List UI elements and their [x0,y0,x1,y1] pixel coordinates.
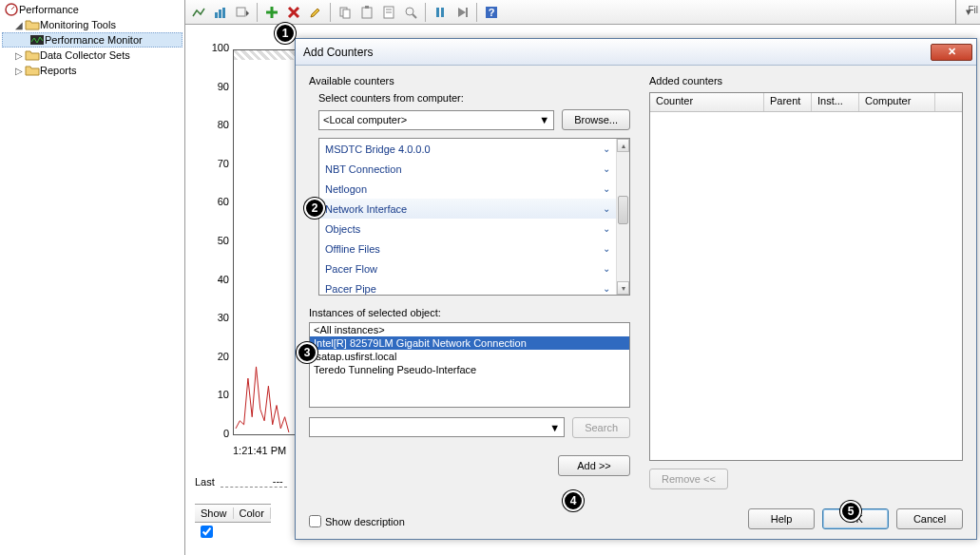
freeze-icon[interactable] [430,2,451,23]
view-histogram-icon[interactable] [210,2,231,23]
scroll-thumb[interactable] [618,196,628,224]
tree-dcs[interactable]: ▷ Data Collector Sets [2,48,183,63]
y-tick: 30 [195,312,229,323]
counter-item[interactable]: Pacer Pipe⌄ [319,278,616,295]
help-button[interactable]: Help [748,508,815,529]
properties-icon[interactable] [378,2,399,23]
add-counters-dialog: Add Counters ✕ Available counters Select… [295,38,977,540]
chevron-down-icon[interactable]: ⌄ [603,144,610,154]
add-icon[interactable] [261,2,282,23]
counters-listbox[interactable]: MSDTC Bridge 4.0.0.0⌄NBT Connection⌄Netl… [318,138,630,296]
tree-reports[interactable]: ▷ Reports [2,63,183,78]
svg-rect-7 [343,10,350,18]
computer-select[interactable]: <Local computer> ▼ [318,110,554,130]
instances-listbox[interactable]: <All instances>Intel[R] 82579LM Gigabit … [309,322,630,408]
search-input[interactable]: ▼ [309,417,565,437]
legend-row[interactable] [195,523,213,540]
counter-item[interactable]: Objects⌄ [319,219,616,239]
tree-perfmon-label: Performance Monitor [45,34,143,46]
added-col-header[interactable]: Counter [650,93,764,111]
dialog-title: Add Counters [303,46,931,59]
y-tick: 50 [195,235,229,246]
legend-show-checkbox[interactable] [201,526,213,538]
svg-rect-4 [222,8,225,18]
added-counters-panel: Added counters CounterParentInst...Compu… [649,75,963,489]
chevron-down-icon[interactable]: ⌄ [603,283,610,294]
close-icon[interactable]: ✕ [931,44,972,61]
legend-col-show[interactable]: Show [195,507,234,519]
update-icon[interactable] [452,2,472,23]
chevron-down-icon[interactable]: ⌄ [603,263,610,274]
remove-button[interactable]: Remove << [649,469,728,489]
y-tick: 100 [195,42,229,53]
instance-item[interactable]: isatap.usfirst.local [310,350,629,363]
toolbar-divider [476,3,477,22]
tree-perfmon[interactable]: Performance Monitor [2,32,183,48]
tree-monitoring-tools[interactable]: ◢ Monitoring Tools [2,17,183,32]
legend-col-color[interactable]: Color [234,507,271,519]
added-header: CounterParentInst...Computer [650,93,962,112]
y-tick: 20 [195,351,229,362]
counter-item[interactable]: MSDTC Bridge 4.0.0.0⌄ [319,139,616,159]
chevron-down-icon: ▼ [539,114,549,125]
svg-rect-5 [237,8,245,16]
add-row: Add >> [309,455,630,476]
svg-rect-9 [365,6,369,9]
counter-item[interactable]: Offline Files⌄ [319,239,616,258]
browse-button[interactable]: Browse... [562,109,630,130]
counter-item[interactable]: Netlogon⌄ [319,179,616,199]
counter-label: Netlogon [325,183,367,195]
last-row: Last --- [195,475,287,488]
right-toolbar: ▾ Fil [955,0,980,25]
toolbar-divider [330,3,331,22]
chevron-down-icon[interactable]: ⌄ [603,223,610,234]
collapse-icon[interactable]: ◢ [13,20,25,30]
help-icon[interactable]: ? [481,2,502,23]
available-label: Available counters [309,75,630,86]
perf-icon [4,2,19,17]
svg-rect-15 [436,8,439,17]
cancel-button[interactable]: Cancel [896,508,963,529]
chevron-down-icon[interactable]: ⌄ [603,243,610,254]
instance-item[interactable]: Teredo Tunneling Pseudo-Interface [310,363,629,376]
dialog-titlebar[interactable]: Add Counters ✕ [296,39,976,66]
search-button[interactable]: Search [572,417,630,438]
nav-tree: Performance ◢ Monitoring Tools Performan… [0,0,185,555]
computer-value: <Local computer> [323,114,407,125]
dialog-body: Available counters Select counters from … [296,66,976,499]
copy-icon[interactable] [335,2,355,23]
scroll-down-icon[interactable]: ▾ [617,281,629,295]
computer-row: <Local computer> ▼ Browse... [318,109,630,130]
folder-icon [25,17,40,32]
paste-icon[interactable] [356,2,377,23]
added-col-header[interactable]: Computer [859,93,935,111]
expand-icon[interactable]: ▷ [13,50,25,61]
instance-item[interactable]: Intel[R] 82579LM Gigabit Network Connect… [310,336,629,350]
counter-item[interactable]: Pacer Flow⌄ [319,258,616,278]
instance-item[interactable]: <All instances> [310,323,629,336]
added-listbox[interactable]: CounterParentInst...Computer [649,92,963,461]
callout-1: 1 [275,23,296,44]
chevron-down-icon[interactable]: ⌄ [603,203,610,214]
counter-item[interactable]: NBT Connection⌄ [319,159,616,179]
scroll-up-icon[interactable]: ▴ [617,139,629,152]
zoom-icon[interactable] [400,2,421,23]
expand-icon[interactable]: ▷ [13,66,25,76]
view-chart-icon[interactable] [188,2,209,23]
y-tick: 90 [195,81,229,92]
add-button[interactable]: Add >> [558,455,630,476]
tree-root-label: Performance [19,4,79,15]
added-col-header[interactable]: Parent [764,93,812,111]
counter-label: MSDTC Bridge 4.0.0.0 [325,144,431,155]
added-col-header[interactable]: Inst... [812,93,859,111]
counter-label: Pacer Flow [325,263,377,275]
view-dropdown-icon[interactable] [232,2,253,23]
scrollbar[interactable]: ▴ ▾ [616,139,629,295]
chevron-down-icon[interactable]: ⌄ [603,163,610,174]
delete-icon[interactable] [283,2,304,23]
counter-item[interactable]: Network Interface⌄ [319,199,616,219]
chevron-down-icon[interactable]: ⌄ [603,183,610,194]
tree-root-performance[interactable]: Performance [2,2,183,17]
chart: 1009080706050403020100 1:21:41 PM Last -… [195,38,290,551]
highlight-icon[interactable] [305,2,326,23]
